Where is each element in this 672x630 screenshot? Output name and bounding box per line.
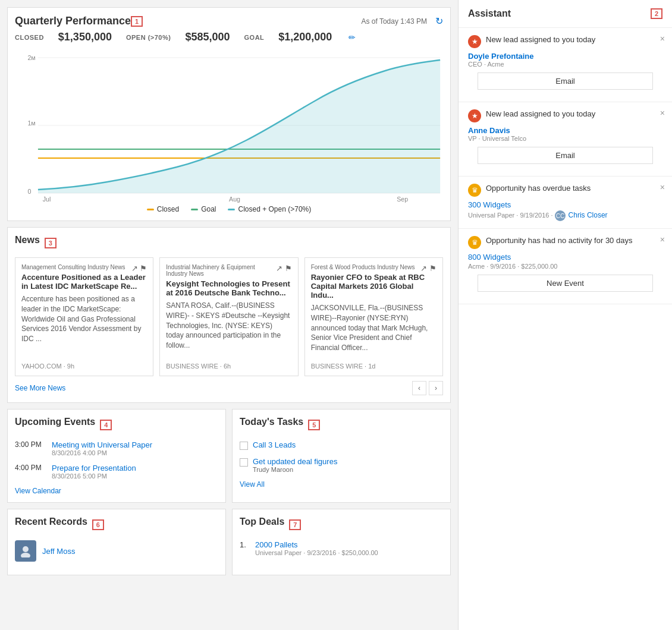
news-actions[interactable]: ↗ ⚑ <box>276 264 292 273</box>
assistant-badge: 2 <box>651 8 662 19</box>
legend-goal: Goal <box>191 205 216 213</box>
tasks-title: Today's Tasks <box>240 417 303 427</box>
chart-legend: Closed Goal Closed + Open (>70%) <box>15 205 443 213</box>
card-title: Opportunity has overdue tasks <box>486 184 662 193</box>
assistant-card: ♛ Opportunity has had no activity for 30… <box>459 229 672 304</box>
news-source: Industrial Machinery & Equipment Industr… <box>166 264 276 277</box>
news-footer: YAHOO.COM · 9h <box>21 363 147 370</box>
event-time: 3:00 PM <box>15 440 45 449</box>
legend-closed-label: Closed <box>157 205 179 213</box>
event-link[interactable]: Prepare for Presentation <box>52 464 136 472</box>
news-card: Forest & Wood Products Industry News ↗ ⚑… <box>304 257 443 376</box>
view-calendar-link[interactable]: View Calendar <box>15 487 218 495</box>
event-date: 8/30/2016 5:00 PM <box>52 472 136 480</box>
email-button[interactable]: Email <box>478 73 653 90</box>
event-date: 8/30/2016 4:00 PM <box>52 449 152 456</box>
task-label[interactable]: Call 3 Leads <box>253 440 296 449</box>
task-label[interactable]: Get updated deal figures <box>253 457 337 466</box>
event-link[interactable]: Meeting with Universal Paper <box>52 440 152 449</box>
task-item: Call 3 Leads <box>240 440 443 450</box>
record-item: Jeff Moss <box>15 540 218 562</box>
records-badge: 6 <box>92 519 104 530</box>
assistant-title: Assistant <box>468 8 511 19</box>
card-title: Opportunity has had no activity for 30 d… <box>486 236 662 245</box>
deals-badge: 7 <box>289 519 301 530</box>
news-card: Industrial Machinery & Equipment Industr… <box>159 257 298 376</box>
news-title: News <box>15 235 40 245</box>
task-item: Get updated deal figures Trudy Maroon <box>240 457 443 473</box>
closed-value: $1,350,000 <box>58 31 112 43</box>
news-card: Management Consulting Industry News ↗ ⚑ … <box>15 257 153 376</box>
assistant-card: ★ New lead assigned to you today × Anne … <box>459 102 672 177</box>
lead-sub: VP · Universal Telco <box>468 135 662 142</box>
task-checkbox[interactable] <box>240 442 248 450</box>
assistant-card: ★ New lead assigned to you today × Doyle… <box>459 28 672 102</box>
close-icon[interactable]: × <box>660 182 665 192</box>
news-next-button[interactable]: › <box>429 381 443 395</box>
task-assignee: Trudy Maroon <box>253 466 337 473</box>
tasks-badge: 5 <box>308 420 320 430</box>
close-icon[interactable]: × <box>660 235 665 244</box>
close-icon[interactable]: × <box>660 108 665 118</box>
records-title: Recent Records <box>15 516 87 527</box>
view-all-link[interactable]: View All <box>240 480 443 489</box>
news-body: Accenture has been positioned as a leade… <box>21 294 147 358</box>
legend-closed: Closed <box>147 205 179 213</box>
svg-text:CC: CC <box>555 213 564 219</box>
avatar <box>15 540 36 562</box>
new-event-button[interactable]: New Event <box>478 275 653 292</box>
card-title: New lead assigned to you today <box>486 35 662 44</box>
performance-chart: 2м 1м 0 Jul Aug Sep <box>15 48 443 203</box>
news-body: JACKSONVILLE, Fla.--(BUSINESS WIRE)--Ray… <box>311 303 437 358</box>
top-deals-section: Top Deals 7 1. 2000 Pallets Universal Pa… <box>232 509 451 575</box>
todays-tasks-section: Today's Tasks 5 Call 3 Leads Get updated… <box>232 409 451 503</box>
task-checkbox[interactable] <box>240 458 248 467</box>
svg-text:Aug: Aug <box>229 196 240 203</box>
close-icon[interactable]: × <box>660 34 665 43</box>
user-link[interactable]: Chris Closer <box>569 211 608 219</box>
news-badge: 3 <box>45 238 56 248</box>
closed-label: CLOSED <box>15 34 44 41</box>
lead-name[interactable]: Doyle Prefontaine <box>468 52 662 61</box>
events-badge: 4 <box>100 420 112 430</box>
perf-datetime: As of Today 1:43 PM <box>361 17 427 26</box>
task-icon: ♛ <box>468 236 481 249</box>
edit-icon[interactable]: ✏ <box>348 33 356 42</box>
perf-badge: 1 <box>131 16 143 27</box>
lead-name[interactable]: Anne Davis <box>468 126 662 135</box>
svg-point-12 <box>21 553 30 557</box>
news-headline: Rayonier CFO to Speak at RBC Capital Mar… <box>311 273 437 300</box>
performance-section: Quarterly Performance 1 As of Today 1:43… <box>7 7 451 221</box>
svg-text:2м: 2м <box>27 54 35 61</box>
record-name[interactable]: Jeff Moss <box>42 547 75 556</box>
news-section: News 3 Management Consulting Industry Ne… <box>7 227 451 403</box>
news-headline: Keysight Technologies to Present at 2016… <box>166 279 291 297</box>
assistant-card: ♛ Opportunity has overdue tasks × 300 Wi… <box>459 177 672 229</box>
svg-text:1м: 1м <box>27 119 35 127</box>
opportunity-link[interactable]: 800 Widgets <box>468 253 662 262</box>
news-actions[interactable]: ↗ ⚑ <box>420 264 437 273</box>
deal-item: 1. 2000 Pallets Universal Paper · 9/23/2… <box>240 540 443 556</box>
news-prev-button[interactable]: ‹ <box>412 381 426 395</box>
legend-goal-label: Goal <box>201 205 216 213</box>
deal-link[interactable]: 2000 Pallets <box>255 540 378 549</box>
legend-combined-label: Closed + Open (>70%) <box>238 205 311 213</box>
news-body: SANTA ROSA, Calif.--(BUSINESS WIRE)- - S… <box>166 301 291 358</box>
news-footer: BUSINESS WIRE · 1d <box>311 363 437 370</box>
svg-text:0: 0 <box>27 188 31 195</box>
events-title: Upcoming Events <box>15 417 95 427</box>
task-icon: ♛ <box>468 184 481 197</box>
card-title: New lead assigned to you today <box>486 109 662 118</box>
opportunity-link[interactable]: 300 Widgets <box>468 200 662 209</box>
email-button[interactable]: Email <box>478 147 653 164</box>
deal-details: Universal Paper · 9/23/2016 · $250,000.0… <box>255 549 378 556</box>
open-value: $585,000 <box>185 31 230 43</box>
recent-records-section: Recent Records 6 Jeff Moss <box>7 509 226 575</box>
see-more-news[interactable]: See More News <box>15 384 65 392</box>
goal-value: $1,200,000 <box>278 31 332 43</box>
news-cards: Management Consulting Industry News ↗ ⚑ … <box>15 257 443 376</box>
news-source: Management Consulting Industry News <box>21 264 125 270</box>
refresh-icon[interactable]: ↻ <box>435 15 443 27</box>
upcoming-events-section: Upcoming Events 4 3:00 PM Meeting with U… <box>7 409 226 503</box>
news-actions[interactable]: ↗ ⚑ <box>131 264 147 273</box>
